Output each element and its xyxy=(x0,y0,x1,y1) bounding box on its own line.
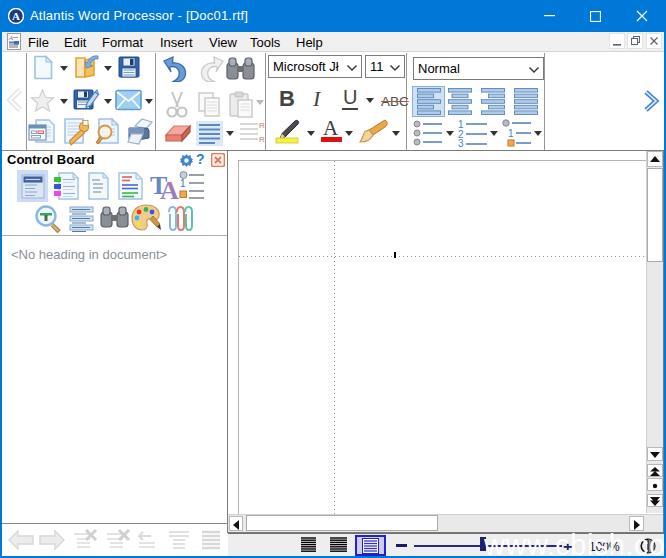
svg-text:R: R xyxy=(259,121,265,130)
svg-text:R: R xyxy=(259,135,265,144)
svg-text:A: A xyxy=(8,34,13,41)
svg-text:1: 1 xyxy=(508,128,514,139)
svg-text:1: 1 xyxy=(180,178,186,189)
svg-text:3: 3 xyxy=(458,138,464,148)
svg-text:A: A xyxy=(12,10,20,22)
